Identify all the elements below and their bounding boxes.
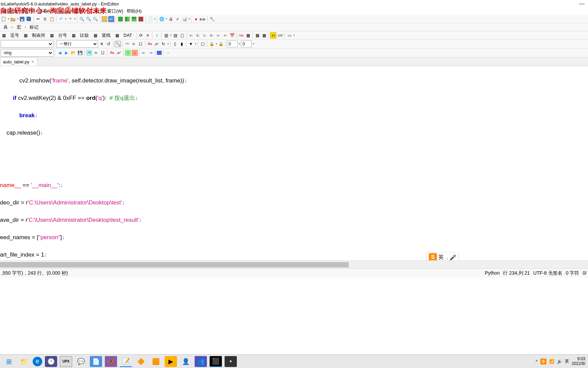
tray-network-icon[interactable]: 📶: [549, 359, 554, 364]
search-icon[interactable]: 🔍: [115, 41, 121, 47]
csv-icon6[interactable]: ▦: [114, 32, 120, 39]
layout3-icon[interactable]: [131, 16, 137, 22]
menu-window[interactable]: 窗口(W): [106, 7, 125, 15]
layout4-icon[interactable]: [138, 16, 144, 22]
start-button[interactable]: ⊞: [3, 356, 15, 367]
undo-icon[interactable]: ↶: [58, 16, 64, 22]
lock2-icon[interactable]: 🔒: [218, 41, 224, 47]
dedup-icon[interactable]: Abc: [238, 32, 244, 39]
wrench-icon[interactable]: 🔧: [209, 16, 215, 22]
save-icon[interactable]: [19, 16, 25, 22]
case2-icon[interactable]: Aa: [109, 50, 115, 56]
regex-icon[interactable]: .*?: [124, 41, 130, 47]
comma-button[interactable]: 逗号: [7, 32, 22, 39]
num-dropdown2[interactable]: ▾: [253, 42, 254, 45]
edge-icon[interactable]: e: [33, 357, 42, 366]
redo-icon[interactable]: ↷: [67, 16, 73, 22]
sort-az-icon[interactable]: A↓: [188, 32, 194, 39]
tray-lang[interactable]: 英: [565, 358, 569, 364]
bookmark-icon[interactable]: ▯: [172, 41, 178, 47]
tab-close-icon[interactable]: ×: [31, 59, 34, 64]
cut-icon[interactable]: ✂: [35, 16, 41, 22]
tray-volume-icon[interactable]: 🔊: [557, 359, 562, 364]
doc-icon[interactable]: 📄: [147, 16, 153, 22]
csv-mode-icon[interactable]: ▦: [1, 32, 7, 39]
menu-help[interactable]: 帮助(H): [125, 7, 143, 15]
redo-dropdown[interactable]: ▾: [74, 17, 76, 20]
find-icon[interactable]: 🔍: [79, 16, 85, 22]
case-icon[interactable]: Aa: [147, 41, 153, 47]
num-after[interactable]: 0: [241, 41, 252, 47]
ruler2-icon[interactable]: 123: [277, 32, 283, 39]
word2-icon[interactable]: „w": [116, 50, 122, 56]
wide-dropdown[interactable]: ▾: [293, 34, 295, 37]
wechat-icon[interactable]: 💬: [75, 356, 87, 367]
open-icon[interactable]: [10, 16, 16, 22]
globe-icon[interactable]: 🌐: [159, 16, 165, 22]
terminal-icon[interactable]: ▪: [225, 356, 237, 367]
compare-button[interactable]: 比较: [77, 32, 92, 39]
regex2-icon[interactable]: .*?: [86, 50, 92, 56]
vline-button[interactable]: 竖线: [99, 32, 113, 39]
filter-mode-combo[interactable]: ning: [1, 49, 53, 57]
paste-icon[interactable]: 📋: [49, 16, 55, 22]
config-dropdown[interactable]: ▾: [189, 17, 190, 20]
bracket2-icon[interactable]: [,]: [100, 50, 106, 56]
print-icon[interactable]: 🖨: [168, 16, 174, 22]
indent-icon[interactable]: ⇤: [141, 50, 147, 56]
sort-date-icon[interactable]: 📅: [229, 32, 235, 39]
escape2-icon[interactable]: \n: [93, 50, 99, 56]
record-icon[interactable]: ●: [193, 16, 199, 22]
findprev-icon[interactable]: 🔍: [85, 16, 92, 22]
linenum-icon[interactable]: 1≡: [270, 32, 276, 39]
clock-app-icon[interactable]: 🕐: [45, 356, 57, 367]
bracket-icon[interactable]: [,]: [137, 41, 144, 47]
mark-label[interactable]: 标记: [27, 24, 41, 31]
code-editor[interactable]: cv2.imshow('frame', self.detector.draw_i…: [0, 66, 588, 260]
highlight-icon[interactable]: ▢: [199, 41, 206, 47]
word-icon[interactable]: 📄: [90, 356, 102, 367]
upx-icon[interactable]: UPX: [60, 356, 72, 367]
saveall-icon[interactable]: [26, 16, 32, 22]
heading-icon[interactable]: ≡: [145, 32, 151, 39]
row-icon[interactable]: ▤: [172, 32, 178, 39]
escape-icon[interactable]: \n: [131, 41, 137, 47]
csv-icon3[interactable]: ▦: [49, 32, 55, 39]
play-icon[interactable]: ▶▶: [200, 16, 206, 22]
git-icon[interactable]: 🔶: [135, 356, 147, 367]
open-dropdown[interactable]: ▾: [17, 17, 18, 20]
sort-len-icon[interactable]: ≡↓: [215, 32, 222, 39]
word-icon[interactable]: „w": [153, 41, 160, 47]
search-opt-dropdown[interactable]: ▾: [167, 42, 169, 45]
go-icon[interactable]: →: [165, 50, 171, 56]
flutter-icon[interactable]: 🦋: [105, 356, 117, 367]
scroll-thumb[interactable]: [0, 262, 349, 267]
clear-icon[interactable]: ↺: [105, 41, 112, 47]
open-folder-icon[interactable]: 📂: [70, 50, 76, 56]
filter-icon[interactable]: ▼: [188, 41, 194, 47]
tray-date[interactable]: 2022/9/: [572, 362, 585, 366]
block-icon[interactable]: [157, 51, 162, 55]
pycharm-icon[interactable]: ⬛: [210, 356, 222, 367]
tray-ime-logo[interactable]: S: [540, 358, 546, 365]
num-before[interactable]: 0: [227, 41, 238, 47]
player-icon[interactable]: ▶: [165, 356, 177, 367]
tray-chevron-icon[interactable]: ^: [536, 359, 538, 364]
grep-icon[interactable]: [101, 16, 108, 22]
tools-label[interactable]: 具: [1, 24, 11, 31]
outdent-icon[interactable]: ⇥: [148, 50, 154, 56]
new-dropdown[interactable]: ▾: [8, 17, 9, 20]
ruler-icon[interactable]: ↕: [154, 32, 160, 39]
undo-dropdown[interactable]: ▾: [65, 17, 66, 20]
layout2-icon[interactable]: [124, 16, 130, 22]
search-combo[interactable]: [1, 40, 53, 48]
wide-icon[interactable]: ▭: [286, 32, 292, 39]
col-icon[interactable]: ▥: [163, 32, 169, 39]
new-icon[interactable]: [1, 16, 7, 22]
col-dropdown[interactable]: ▾: [170, 34, 172, 37]
findnext-icon[interactable]: 🔍: [92, 16, 98, 22]
down-icon[interactable]: ↓: [132, 50, 138, 56]
tray-time[interactable]: 9:03: [572, 357, 585, 361]
lock-icon[interactable]: 🔒: [209, 41, 215, 47]
wrap-icon[interactable]: ↵: [108, 16, 114, 22]
